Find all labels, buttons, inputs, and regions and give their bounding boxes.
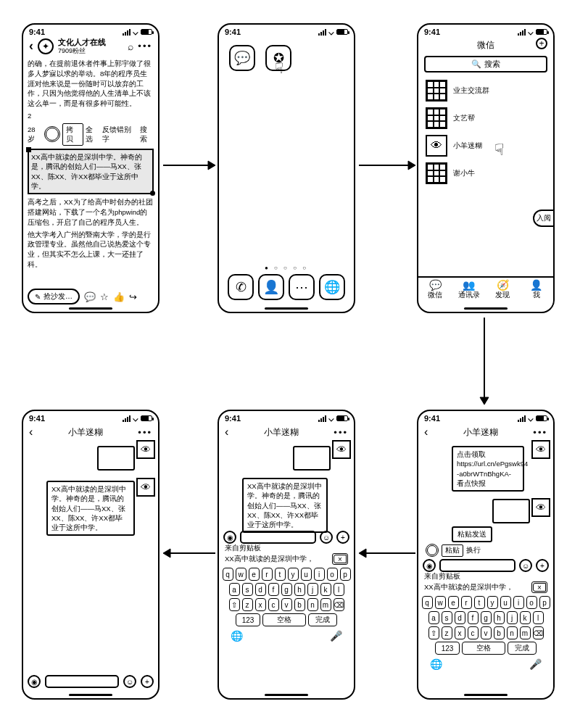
key-u[interactable]: u: [301, 568, 312, 581]
key-b[interactable]: b: [294, 598, 305, 611]
wechat-app-icon[interactable]: ✪ ☟: [265, 45, 291, 71]
key-i[interactable]: i: [513, 596, 524, 609]
key-h[interactable]: h: [294, 583, 305, 596]
key-e[interactable]: e: [249, 568, 260, 581]
browser-app-icon[interactable]: 🌐: [319, 274, 345, 300]
chat-row-target[interactable]: 👁 小羊迷糊: [418, 132, 553, 160]
key-f[interactable]: f: [468, 611, 479, 624]
comment-pill[interactable]: ✎抢沙发…: [28, 289, 80, 304]
key-backspace[interactable]: ⌫: [533, 626, 544, 639]
key-n[interactable]: n: [507, 626, 518, 639]
search-action[interactable]: 搜索: [140, 125, 154, 145]
key-p[interactable]: p: [539, 596, 550, 609]
message-input[interactable]: [439, 559, 515, 572]
back-chevron-icon[interactable]: ‹: [29, 38, 33, 54]
key-r[interactable]: r: [262, 568, 273, 581]
search-icon[interactable]: ⌕: [128, 41, 133, 52]
key-s[interactable]: s: [442, 611, 452, 624]
key-y[interactable]: y: [487, 596, 498, 609]
key-l[interactable]: l: [334, 583, 344, 596]
key-r[interactable]: r: [461, 596, 472, 609]
message-input[interactable]: [45, 675, 119, 688]
key-a[interactable]: a: [229, 583, 240, 596]
copy-action[interactable]: 拷贝: [62, 123, 83, 146]
key-q[interactable]: q: [223, 568, 233, 581]
key-i[interactable]: i: [314, 568, 325, 581]
key-j[interactable]: j: [507, 611, 518, 624]
mic-icon[interactable]: 🎤: [330, 630, 342, 642]
tab-discover[interactable]: 🧭发现: [486, 278, 520, 300]
newline-action[interactable]: 换行: [466, 545, 481, 555]
key-b[interactable]: b: [494, 626, 505, 639]
key-v[interactable]: v: [481, 626, 492, 639]
key-f[interactable]: f: [268, 583, 279, 596]
key-l[interactable]: l: [533, 611, 544, 624]
key-g[interactable]: g: [281, 583, 292, 596]
key-done[interactable]: 完成: [308, 613, 337, 626]
paste-action[interactable]: 粘贴: [442, 544, 463, 557]
key-s[interactable]: s: [242, 583, 253, 596]
key-shift[interactable]: ⇧: [428, 626, 439, 639]
selected-text[interactable]: XX高中就读的是深圳中学。神奇的是，腾讯的创始人们——马XX、张XX、陈XX、许…: [28, 149, 154, 194]
globe-icon[interactable]: 🌐: [231, 630, 243, 642]
chat-row-user4[interactable]: 谢小牛: [418, 160, 553, 187]
key-shift[interactable]: ⇧: [229, 598, 240, 611]
key-a[interactable]: a: [428, 611, 439, 624]
key-w[interactable]: w: [236, 568, 247, 581]
key-d[interactable]: d: [455, 611, 465, 624]
plus-icon[interactable]: +: [536, 559, 549, 572]
more-icon[interactable]: •••: [334, 427, 348, 438]
key-123[interactable]: 123: [435, 642, 460, 655]
voice-toggle-icon[interactable]: ◉: [223, 531, 236, 544]
selectall-action[interactable]: 全选: [86, 125, 99, 145]
more-icon[interactable]: •••: [533, 427, 547, 438]
key-space[interactable]: 空格: [262, 613, 306, 626]
key-t[interactable]: t: [474, 596, 485, 609]
messages-app-icon[interactable]: 💬: [229, 45, 255, 71]
key-x[interactable]: x: [455, 626, 465, 639]
plus-icon[interactable]: +: [141, 675, 154, 688]
key-d[interactable]: d: [255, 583, 266, 596]
url-message[interactable]: 点击领取 https://url.cn/ePgswk94 -a0brWTnBhg…: [452, 446, 524, 492]
key-c[interactable]: c: [268, 598, 279, 611]
key-backspace[interactable]: ⌫: [334, 598, 344, 611]
tab-chats[interactable]: 💬微信: [418, 278, 452, 300]
plus-icon[interactable]: +: [536, 38, 547, 49]
chat-row-group1[interactable]: 业主交流群: [418, 77, 553, 104]
plus-icon[interactable]: +: [336, 531, 349, 544]
key-z[interactable]: z: [242, 598, 253, 611]
author-avatar[interactable]: [38, 38, 54, 54]
voice-toggle-icon[interactable]: ◉: [423, 559, 436, 572]
back-chevron-icon[interactable]: ‹: [29, 426, 33, 439]
sent-message[interactable]: XX高中就读的是深圳中学。神奇的是，腾讯的创始人们——马XX、张XX、陈XX、许…: [46, 481, 135, 536]
like-icon[interactable]: 👍: [113, 291, 125, 302]
key-o[interactable]: o: [327, 568, 338, 581]
star-icon[interactable]: ☆: [100, 291, 109, 302]
globe-icon[interactable]: 🌐: [430, 658, 442, 670]
floating-reader-icon[interactable]: 入阅: [533, 210, 555, 227]
bubble-icon[interactable]: 💬: [84, 291, 96, 302]
key-123[interactable]: 123: [236, 613, 260, 626]
key-k[interactable]: k: [320, 583, 331, 596]
key-z[interactable]: z: [442, 626, 452, 639]
phone-app-icon[interactable]: ✆: [228, 274, 254, 300]
feedback-action[interactable]: 反馈错别字: [102, 125, 138, 145]
key-w[interactable]: w: [435, 596, 446, 609]
key-p[interactable]: p: [340, 568, 351, 581]
tab-contacts[interactable]: 👥通讯录: [452, 278, 486, 300]
more-icon[interactable]: •••: [138, 427, 152, 438]
paste-send-button[interactable]: 粘贴发送: [452, 526, 492, 542]
key-m[interactable]: m: [520, 626, 531, 639]
delete-icon[interactable]: [332, 553, 348, 565]
share-icon[interactable]: ↪: [129, 291, 137, 302]
emoji-icon[interactable]: ☺: [519, 559, 532, 572]
key-h[interactable]: h: [494, 611, 505, 624]
key-m[interactable]: m: [320, 598, 331, 611]
delete-icon[interactable]: [531, 581, 547, 593]
tab-me[interactable]: 👤我: [520, 278, 554, 300]
mic-icon[interactable]: 🎤: [529, 658, 542, 670]
more-icon[interactable]: •••: [138, 41, 152, 51]
key-space[interactable]: 空格: [462, 642, 505, 655]
key-k[interactable]: k: [520, 611, 531, 624]
key-q[interactable]: q: [422, 596, 433, 609]
